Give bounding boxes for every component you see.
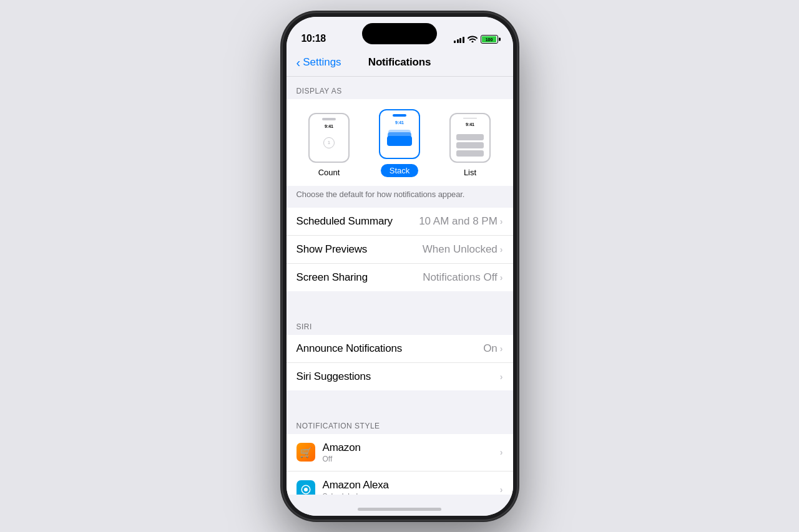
screen-sharing-row[interactable]: Screen Sharing Notifications Off › — [287, 264, 513, 291]
screen-sharing-chevron: › — [500, 273, 503, 283]
display-as-header: DISPLAY AS — [287, 77, 513, 99]
scheduled-summary-value: 10 AM and 8 PM — [419, 215, 498, 228]
amazon-row[interactable]: 🛒 Amazon Off › — [287, 434, 513, 472]
amazon-labels: Amazon Off — [323, 442, 361, 463]
list-row-2 — [456, 142, 484, 148]
nav-bar: ‹ Settings Notifications — [287, 49, 513, 77]
amazon-alexa-label: Amazon Alexa — [323, 479, 389, 491]
screen-sharing-right: Notifications Off › — [423, 271, 502, 284]
siri-header: SIRI — [287, 312, 513, 335]
phone-frame: 10:18 100 — [283, 13, 517, 520]
announce-notifications-left: Announce Notifications — [297, 342, 484, 355]
count-badge-icon: 1 — [323, 137, 335, 148]
show-previews-left: Show Previews — [297, 243, 423, 256]
amazon-left: 🛒 Amazon Off — [297, 442, 500, 463]
list-notch — [463, 118, 477, 118]
scheduled-summary-left: Scheduled Summary — [297, 215, 419, 228]
list-phone-icon: 9:41 — [449, 113, 491, 163]
count-notch — [322, 118, 336, 120]
stack-label: Stack — [381, 164, 419, 177]
show-previews-label: Show Previews — [297, 243, 368, 256]
amazon-alexa-right: › — [500, 485, 503, 495]
amazon-alexa-left: Amazon Alexa Scheduled — [297, 479, 500, 495]
screen-sharing-left: Screen Sharing — [297, 271, 423, 284]
list-label: List — [464, 168, 476, 177]
home-bar — [358, 508, 441, 511]
show-previews-chevron: › — [500, 244, 503, 254]
siri-group: Announce Notifications On › Siri Suggest… — [287, 335, 513, 390]
count-phone-icon: 9:41 1 — [308, 113, 350, 163]
scheduled-summary-label: Scheduled Summary — [297, 215, 393, 228]
amazon-alexa-row[interactable]: Amazon Alexa Scheduled › — [287, 472, 513, 495]
battery-level: 100 — [486, 37, 493, 42]
list-row-1 — [456, 134, 484, 140]
announce-notifications-chevron: › — [500, 344, 503, 354]
page-title: Notifications — [368, 56, 431, 69]
status-bar: 10:18 100 — [287, 17, 513, 49]
display-as-footer: Choose the default for how notifications… — [287, 186, 513, 208]
wifi-icon — [468, 35, 478, 44]
main-settings-group: Scheduled Summary 10 AM and 8 PM › Show … — [287, 208, 513, 291]
svg-point-1 — [304, 488, 308, 491]
siri-suggestions-chevron: › — [500, 372, 503, 382]
count-label: Count — [318, 168, 340, 177]
announce-notifications-right: On › — [483, 342, 502, 355]
main-content: DISPLAY AS 9:41 1 Count — [287, 77, 513, 495]
scheduled-summary-chevron: › — [500, 216, 503, 226]
show-previews-right: When Unlocked › — [423, 243, 503, 256]
stack-card-front — [387, 136, 412, 146]
display-option-stack[interactable]: 9:41 Stack — [379, 109, 420, 177]
amazon-alexa-chevron: › — [500, 485, 503, 495]
list-row-3 — [456, 150, 484, 157]
amazon-icon: 🛒 — [297, 443, 315, 462]
display-options: 9:41 1 Count 9:41 — [287, 99, 513, 186]
battery-icon: 100 — [481, 35, 498, 44]
count-time: 9:41 — [325, 124, 333, 128]
status-icons: 100 — [454, 35, 498, 44]
signal-bar-2 — [457, 39, 459, 43]
screen-sharing-label: Screen Sharing — [297, 271, 368, 284]
back-label: Settings — [303, 56, 341, 69]
status-time: 10:18 — [301, 33, 326, 44]
amazon-right: › — [500, 447, 503, 457]
announce-notifications-row[interactable]: Announce Notifications On › — [287, 335, 513, 363]
dynamic-island — [362, 23, 437, 44]
stack-notch — [393, 114, 406, 117]
display-as-card: 9:41 1 Count 9:41 — [287, 99, 513, 186]
notification-style-group: 🛒 Amazon Off › — [287, 434, 513, 495]
signal-bar-3 — [459, 38, 461, 43]
list-visual — [456, 134, 484, 157]
siri-suggestions-left: Siri Suggestions — [297, 370, 500, 383]
stack-phone-icon: 9:41 — [379, 109, 420, 159]
notification-style-separator — [287, 390, 513, 412]
scheduled-summary-right: 10 AM and 8 PM › — [419, 215, 502, 228]
scheduled-summary-row[interactable]: Scheduled Summary 10 AM and 8 PM › — [287, 208, 513, 236]
screen-sharing-value: Notifications Off — [423, 271, 498, 284]
siri-separator — [287, 291, 513, 312]
signal-bar-4 — [463, 37, 464, 43]
siri-suggestions-right: › — [500, 372, 503, 382]
back-chevron-icon: ‹ — [297, 56, 301, 70]
amazon-sublabel: Off — [323, 455, 361, 463]
siri-suggestions-row[interactable]: Siri Suggestions › — [287, 363, 513, 390]
amazon-label: Amazon — [323, 442, 361, 454]
stack-visual — [385, 130, 414, 152]
display-option-count[interactable]: 9:41 1 Count — [308, 113, 350, 177]
siri-suggestions-label: Siri Suggestions — [297, 370, 371, 383]
list-time: 9:41 — [466, 122, 474, 127]
announce-notifications-label: Announce Notifications — [297, 342, 403, 355]
alexa-icon — [297, 480, 315, 495]
show-previews-row[interactable]: Show Previews When Unlocked › — [287, 236, 513, 264]
amazon-chevron: › — [500, 447, 503, 457]
amazon-alexa-labels: Amazon Alexa Scheduled — [323, 479, 389, 495]
show-previews-value: When Unlocked — [423, 243, 498, 256]
home-indicator — [287, 495, 513, 516]
stack-time: 9:41 — [395, 120, 404, 125]
signal-bars-icon — [454, 36, 464, 43]
notification-style-header: NOTIFICATION STYLE — [287, 412, 513, 434]
phone-screen: 10:18 100 — [287, 17, 513, 516]
announce-notifications-value: On — [483, 342, 498, 355]
display-option-list[interactable]: 9:41 List — [449, 113, 491, 177]
back-button[interactable]: ‹ Settings — [297, 56, 341, 70]
signal-bar-1 — [454, 41, 456, 43]
